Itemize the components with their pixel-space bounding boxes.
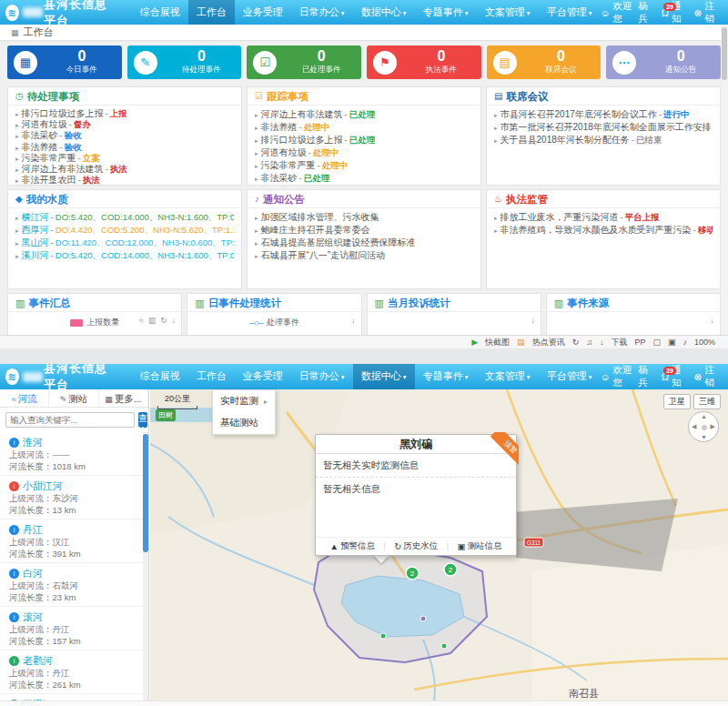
pending-item[interactable]: ▸河岸边上有非法建筑-执法 [15,164,234,175]
pending-item[interactable]: ▸非法养殖-验收 [15,142,234,153]
pending-item[interactable]: ▸非法开垦农田-执法 [15,175,234,186]
map-pan-control[interactable]: ▲ ▼ ◀ ▶ [688,411,719,442]
menu-platform-mgmt[interactable]: 平台管理 [539,364,601,389]
download-icon[interactable]: ↓ [600,338,604,347]
download-icon[interactable]: ↓ [172,316,177,325]
stat-card-enforcement-events[interactable]: ⚑ 0执法事件 [367,45,481,79]
cluster-marker[interactable]: 2 [406,567,419,580]
menu-daily-office[interactable]: 日常办公 [291,364,353,389]
line-chart-toggle-icon[interactable]: ≈ [139,316,144,325]
notice-item[interactable]: ▸加强区域排水管理、污水收集 [255,211,473,224]
bar-chart-toggle-icon[interactable]: ▥ [148,316,157,325]
news-tool-icon[interactable]: ▤ [517,338,525,347]
window-icon[interactable]: ▢ [652,338,661,347]
pending-item[interactable]: ▸排污口垃圾过多上报-上报 [15,108,234,119]
chart-legend[interactable]: ─○─ 处理事件 ↓ [187,312,360,328]
station-marker[interactable] [420,616,426,621]
download-icon[interactable]: ↓ [711,316,715,325]
news-tool-label[interactable]: 热点资讯 [532,337,565,348]
notice-item[interactable]: ▸鲍峰庄主持召开县委常委会 [255,224,473,237]
menu-document-mgmt[interactable]: 文案管理 [477,0,539,25]
history-level-link[interactable]: ↻历史水位 [394,540,438,552]
cluster-marker[interactable]: 2 [444,563,457,576]
map-canvas[interactable]: G311 G311 高丘 南召县 2 2 20公里 田树 [150,389,728,701]
menu-platform-mgmt[interactable]: 平台管理 [539,0,601,25]
threed-button[interactable]: 三维 [693,394,721,409]
river-list-item[interactable]: i微溪河 [0,694,143,701]
river-list-item[interactable]: i小甜江河 上级河流：东沙河 河流长度：13 km [0,476,143,519]
menu-business[interactable]: 业务受理 [235,364,291,389]
river-list-item[interactable]: i丹江 上级河流：汉江 河流长度：391 km [0,519,143,563]
user-menu[interactable]: ☺ 欢迎您 杨兵 [601,364,653,389]
screenshot-tool-icon[interactable]: ▶ [471,338,478,347]
station-info-link[interactable]: ▣测站信息 [458,540,502,552]
notice-item[interactable]: ▸石城县提高基层组织建设经费保障标准 [255,237,473,249]
pending-item[interactable]: ▸河道有垃圾-督办 [15,119,234,130]
river-list-item[interactable]: i白河 上级河流：石鼓河 河流长度：23 km [0,563,143,607]
scrollbar-thumb[interactable] [722,27,727,80]
station-marker[interactable] [441,643,447,649]
menu-business[interactable]: 业务受理 [235,0,291,25]
menu-data-center[interactable]: 数据中心 [353,0,415,25]
water-quality-row[interactable]: ▸黑山河-DO:11.420、COD:12.000、NH3-N:0.600、TP… [15,237,234,249]
tracking-item[interactable]: ▸河道有垃圾-处理中 [255,146,473,159]
menu-overview[interactable]: 综合展视 [132,0,188,25]
pan-up-icon[interactable]: ▲ [701,413,707,419]
stat-card-today-events[interactable]: ▦ 0今日事件 [7,45,122,79]
tracking-item[interactable]: ▸污染非常严重-处理中 [255,159,473,172]
satellite-button[interactable]: 卫星 [663,394,691,409]
list-scrollbar[interactable] [143,432,148,701]
meeting-item[interactable]: ▸市第一批河长召开2018年底河长制全面展示工作安排-等待中 [494,121,713,134]
menu-workbench[interactable]: 工作台 [188,364,235,389]
refresh-icon[interactable]: ↻ [572,338,580,347]
user-menu[interactable]: ☺ 欢迎您 杨兵 [601,0,653,25]
logout-button[interactable]: ⊗ 注销 [694,0,719,25]
scrollbar-thumb[interactable] [143,434,148,552]
river-list-item[interactable]: i老鹳河 上级河流：丹江 河流长度：261 km [0,651,143,694]
download-label[interactable]: 下载 [611,337,627,348]
logout-button[interactable]: ⊗ 注销 [694,364,719,389]
pending-item[interactable]: ▸污染非常严重-立案 [15,153,234,164]
stat-card-notices[interactable]: ··· 0通知公告 [606,45,721,79]
pan-center-dot[interactable] [702,425,707,430]
menu-workbench[interactable]: 工作台 [188,0,235,25]
meeting-item[interactable]: ▸关于昌县2018年河长制分配任务-已结束 [494,134,713,146]
meeting-item[interactable]: ▸市县河长召开2017年底河长制会议工作-进行中 [494,108,713,121]
refresh-icon[interactable]: ↻ [160,316,167,325]
menu-data-center[interactable]: 数据中心 [353,364,415,389]
pp-plugin-button[interactable]: PP [634,338,645,347]
menu-special-events[interactable]: 专题事件 [415,0,477,25]
media-icon[interactable]: ♫ [586,338,592,347]
water-quality-row[interactable]: ▸横江河-DO:5.420、COD:14.000、NH3-N:1.600、TP:… [15,211,234,224]
enforcement-item[interactable]: ▸非法养殖鸡，导致河水颜色及水质受到严重污染-移动APP上报 [494,224,713,237]
river-list-item[interactable]: i滚河 上级河流：丹江 河流长度：157 km [0,607,143,651]
warning-info-link[interactable]: ▲预警信息 [330,540,375,552]
pan-down-icon[interactable]: ▼ [701,434,707,440]
pan-left-icon[interactable]: ◀ [692,423,696,430]
pan-right-icon[interactable]: ▶ [711,423,715,430]
menu-daily-office[interactable]: 日常办公 [291,0,353,25]
tracking-item[interactable]: ▸排污口垃圾过多上报-已处理 [255,134,473,146]
enforcement-item[interactable]: ▸排放工业废水，严重污染河道-平台上报 [494,211,713,224]
page-scrollbar[interactable] [721,25,728,335]
tracking-item[interactable]: ▸非法养殖-处理中 [255,121,473,134]
chart-legend[interactable]: 上报数量 ≈▥↻↓ [8,312,181,328]
pending-item[interactable]: ▸非法采砂-验收 [15,130,234,141]
menu-overview[interactable]: 综合展视 [132,364,188,389]
tracking-item[interactable]: ▸河岸边上有非法建筑-已处理 [255,108,473,121]
water-quality-row[interactable]: ▸西厚河-DO:4.420、COD:5.200、NH3-N:5.620、TP:1… [15,224,234,237]
stat-card-pending-events[interactable]: ✎ 0待处理事件 [127,45,242,79]
screenshot-tool-label[interactable]: 快截图 [485,337,510,348]
notifications-button[interactable]: Ω39 通知 [662,364,686,389]
volume-icon[interactable]: ♪ [682,338,687,347]
close-icon[interactable]: × [506,437,511,448]
tracking-item[interactable]: ▸非法采砂-已处理 [255,172,473,185]
water-quality-row[interactable]: ▸溪川河-DO:5.420、COD:14.000、NH3-N:1.600、TP:… [15,249,234,262]
notice-item[interactable]: ▸石城县开展“八一”走访慰问活动 [255,249,473,262]
stat-card-joint-meetings[interactable]: ▤ 0联席会议 [487,45,602,79]
dropdown-item-basic-stations[interactable]: 基础测站 [213,412,275,434]
download-icon[interactable]: ↓ [531,316,535,325]
river-list-item[interactable]: i淮河 上级河流：—— 河流长度：1018 km [0,432,143,476]
dropdown-item-realtime-monitoring[interactable]: 实时监测▸ [213,390,275,412]
menu-special-events[interactable]: 专题事件 [415,364,477,389]
